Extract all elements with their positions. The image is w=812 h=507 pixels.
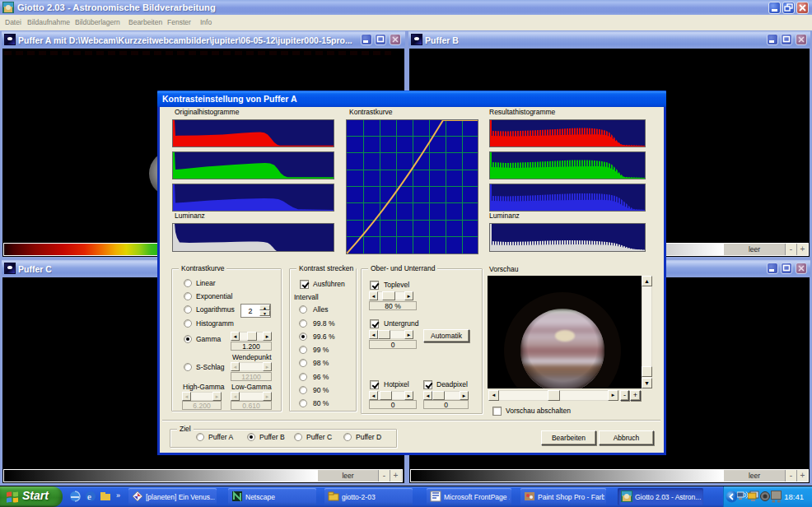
svg-text:e: e — [87, 491, 91, 501]
